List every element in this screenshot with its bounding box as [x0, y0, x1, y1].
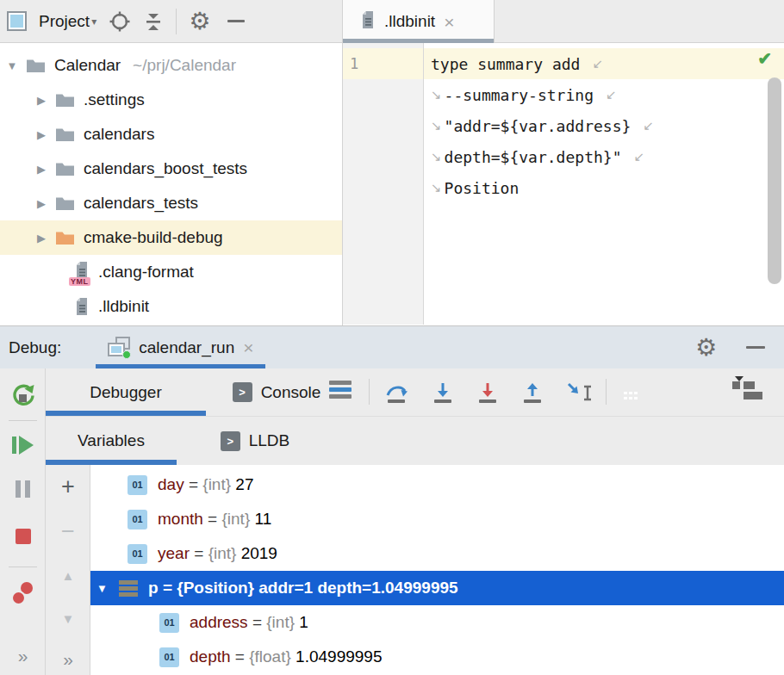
move-down-button[interactable]: ▼	[46, 611, 90, 626]
soft-wrap-lead-icon: ↘	[431, 180, 442, 195]
tool-window-icon[interactable]	[7, 11, 27, 31]
variable-value: 27	[231, 475, 253, 494]
tree-item-label: Calendar	[54, 56, 121, 75]
session-tab-label: calendar_run	[139, 338, 234, 357]
project-toolbar: Project ▾ ⚙	[0, 0, 342, 43]
editor-visual-line-1[interactable]: type summary add↙	[424, 48, 784, 79]
run-configuration-icon	[108, 337, 130, 359]
tab-lldb[interactable]: > LLDB	[199, 417, 311, 465]
variable-value: 2019	[236, 544, 277, 563]
terminal-icon: >	[221, 431, 240, 451]
debug-tool-window-header: Debug: calendar_run × ⚙	[0, 325, 784, 368]
tab-variables[interactable]: Variables	[46, 417, 177, 465]
folder-icon	[26, 58, 46, 74]
tree-item-label: .settings	[84, 90, 145, 109]
soft-wrap-trail-icon: ↙	[592, 56, 603, 71]
debug-session-tab[interactable]: calendar_run ×	[96, 326, 265, 368]
tab-debugger-label: Debugger	[90, 383, 161, 402]
editor-scrollbar[interactable]	[768, 77, 781, 284]
more-actions-chevron[interactable]: »	[46, 649, 90, 670]
collapsed-arrow-icon[interactable]: ▶	[34, 94, 48, 107]
tree-item-lldbinit[interactable]: .lldbinit	[0, 289, 342, 324]
close-icon[interactable]: ×	[243, 338, 253, 356]
toolbar-divider	[606, 379, 607, 405]
tree-item-calendars-tests[interactable]: ▶calendars_tests	[0, 186, 342, 220]
primitive-value-icon: 01	[128, 510, 147, 529]
variable-row-address[interactable]: 01address = {int} 1	[90, 605, 784, 640]
more-actions-chevron[interactable]: »	[0, 646, 46, 666]
tree-item-path: ~/prj/Calendar	[133, 56, 236, 75]
variable-name: p	[148, 579, 159, 598]
hide-tool-window-icon[interactable]	[746, 346, 765, 349]
run-to-cursor-button[interactable]	[565, 381, 596, 408]
locate-file-icon[interactable]	[109, 10, 131, 33]
editor-code-area[interactable]: type summary add↙↘--summary-string↙↘"add…	[424, 43, 784, 325]
tree-item-clang-format[interactable]: YML.clang-format	[0, 255, 342, 289]
variable-row-day[interactable]: 01day = {int} 27	[90, 468, 784, 502]
collapsed-arrow-icon[interactable]: ▶	[34, 163, 48, 176]
soft-wrap-trail-icon: ↙	[643, 118, 654, 133]
expanded-arrow-icon[interactable]: ▼	[96, 582, 119, 595]
editor-visual-line-2[interactable]: ↘--summary-string↙	[424, 79, 784, 110]
equals-sign: =	[231, 647, 250, 666]
variable-row-p[interactable]: ▼p = {Position} addr=1 depth=1.04999995	[90, 571, 784, 605]
tree-item-settings[interactable]: ▶.settings	[0, 83, 342, 117]
force-step-into-button[interactable]	[476, 381, 500, 408]
move-up-button[interactable]: ▲	[46, 568, 90, 583]
project-view-selector[interactable]: Project ▾	[39, 12, 96, 31]
rerun-button[interactable]	[0, 382, 46, 408]
gear-icon[interactable]: ⚙	[695, 333, 717, 362]
expanded-arrow-icon[interactable]: ▼	[5, 59, 19, 72]
step-out-button[interactable]	[520, 381, 544, 408]
variable-row-depth[interactable]: 01depth = {float} 1.04999995	[90, 640, 784, 674]
tree-item-calendars[interactable]: ▶calendars	[0, 117, 342, 152]
variable-row-year[interactable]: 01year = {int} 2019	[90, 536, 784, 571]
debug-label: Debug:	[9, 338, 61, 357]
stop-button[interactable]	[0, 529, 46, 544]
editor-visual-line-5[interactable]: ↘Position	[424, 172, 784, 203]
tab-debugger[interactable]: Debugger	[46, 368, 206, 416]
editor-visual-line-3[interactable]: ↘"addr=${var.address}↙	[424, 110, 784, 141]
inspections-ok-icon[interactable]: ✔	[757, 48, 772, 69]
restore-layout-icon[interactable]	[329, 381, 352, 399]
project-title: Project	[39, 12, 90, 31]
close-icon[interactable]: ×	[444, 13, 454, 31]
gear-icon[interactable]: ⚙	[189, 7, 210, 35]
struct-value-icon	[119, 580, 138, 597]
editor-tab-strip: .lldbinit ×	[343, 0, 784, 43]
tree-item-cmake-build-debug[interactable]: ▶cmake-build-debug	[0, 220, 342, 255]
folder-icon	[55, 161, 75, 177]
step-over-button[interactable]	[384, 381, 408, 408]
collapse-all-icon[interactable]	[143, 10, 164, 33]
soft-wrap-trail-icon: ↙	[606, 87, 617, 102]
tab-variables-label: Variables	[78, 431, 145, 450]
editor-tab-lldbinit[interactable]: .lldbinit ×	[343, 0, 495, 43]
hide-tool-window-icon[interactable]	[227, 20, 245, 22]
editor-line-text: type summary add	[431, 55, 580, 73]
tree-item-calendars-boost-tests[interactable]: ▶calendars_boost_tests	[0, 152, 342, 186]
view-breakpoints-button[interactable]	[10, 582, 34, 606]
equals-sign: =	[190, 544, 208, 563]
collapsed-arrow-icon[interactable]: ▶	[34, 197, 48, 210]
tab-console-label: Console	[261, 383, 321, 402]
text-file-icon	[74, 297, 90, 316]
variable-name: year	[158, 544, 190, 563]
collapsed-arrow-icon[interactable]: ▶	[34, 128, 48, 141]
remove-watch-button[interactable]: −	[46, 518, 90, 545]
collapsed-arrow-icon[interactable]: ▶	[34, 232, 48, 245]
chevron-down-icon: ▾	[91, 15, 96, 28]
variable-type: {int}	[221, 510, 250, 529]
resume-button[interactable]	[0, 436, 46, 455]
toolbar-divider	[176, 9, 177, 34]
editor-body[interactable]: 1 type summary add↙↘--summary-string↙↘"a…	[343, 43, 784, 325]
variable-row-month[interactable]: 01month = {int} 11	[90, 502, 784, 536]
editor-line-text: Position	[445, 179, 520, 197]
step-into-button[interactable]	[431, 381, 455, 408]
tree-item-calendar-root[interactable]: ▼Calendar~/prj/Calendar	[0, 48, 342, 83]
editor-visual-line-4[interactable]: ↘depth=${var.depth}"↙	[424, 141, 784, 172]
debugger-tabs-toolbar: Debugger > Console	[46, 368, 784, 417]
pause-button[interactable]	[0, 480, 46, 498]
add-watch-button[interactable]: +	[46, 474, 90, 500]
watches-toolbar: + − ▲ ▼ »	[46, 465, 90, 675]
primitive-value-icon: 01	[128, 475, 147, 495]
